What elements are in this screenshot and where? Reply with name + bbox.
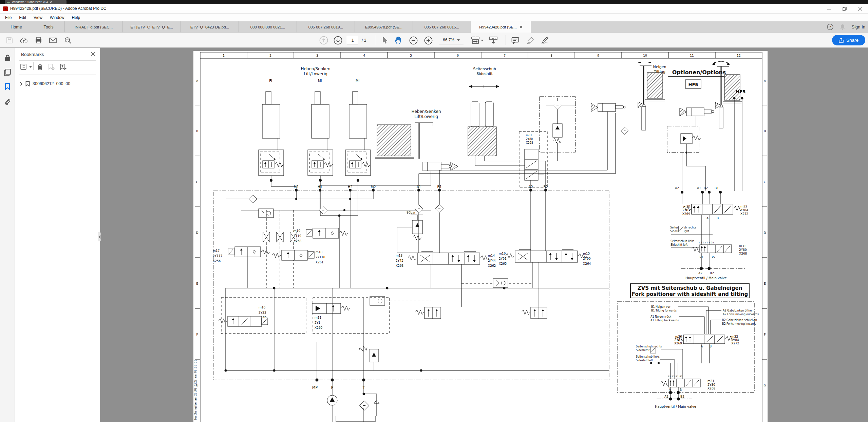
close-button[interactable] [852, 4, 868, 14]
find-icon[interactable] [62, 35, 73, 45]
minimize-button[interactable] [821, 4, 837, 14]
doc-tab-7[interactable]: 005 007 268 0015... [413, 21, 471, 33]
doc-tab-6[interactable]: E99549678.pdf (SE... [355, 21, 413, 33]
tab-home[interactable]: Home [0, 21, 33, 33]
chevron-down-icon [481, 40, 484, 41]
port-label-b2: B2 [710, 272, 714, 275]
acrobat-window: Windows 10 and 22h2 x64 A H99423428.pdf … [0, 0, 868, 422]
tab-tools[interactable]: Tools [33, 21, 64, 33]
save-icon[interactable] [4, 35, 15, 45]
inset-m32-label: m32 [731, 335, 738, 338]
monitor-icon [7, 1, 10, 3]
valve-label-m32: 2Y84 [740, 208, 748, 212]
pressure-label: 80bar [407, 211, 416, 214]
inset-a2-en: A2 Forks moving outwards [723, 313, 759, 316]
fill-sign-icon[interactable] [540, 35, 550, 45]
cylinder-label: ML [318, 79, 323, 83]
lift-section-left: Heben/Senken Lift/Lowerig FL ML ML [259, 66, 371, 288]
port-label-mp: MP [312, 385, 318, 390]
restore-button[interactable] [837, 4, 852, 14]
share-button[interactable]: Share [832, 35, 865, 45]
doc-tab-5[interactable]: 005 007 268 0019... [297, 21, 355, 33]
options-section: Optionen/Options HF5 [621, 61, 746, 191]
valve-label-m16: X265 [499, 262, 507, 265]
comment-icon[interactable] [510, 35, 521, 45]
svg-text:?: ? [829, 25, 831, 29]
main-valve-block: M1 H1 H2 M2 A1 B1 A2 B2 [213, 185, 609, 422]
bookmark-item[interactable]: 300606212_000_00 [20, 81, 70, 86]
zoom-level-control[interactable]: 66.7% [439, 36, 464, 44]
menu-help[interactable]: Help [68, 14, 84, 21]
tab-close-icon[interactable] [520, 25, 523, 28]
doc-tab-2[interactable]: ET [ETV_C_ETV_Q_E... [122, 21, 181, 33]
doc-tab-4[interactable]: 000 000 000 0021... [239, 21, 297, 33]
inset-ss-left-en: Sideshift left [636, 359, 653, 362]
page-fit-icon[interactable] [470, 35, 485, 45]
valve-label-m31-top: 2Y80 [526, 138, 533, 141]
menu-view[interactable]: View [30, 14, 46, 21]
next-page-icon[interactable] [333, 35, 343, 45]
inset-b1-de: B1 Neigen vor [651, 305, 671, 308]
titlebar: A H99423428.pdf (SECURED) - Adobe Acroba… [0, 4, 868, 14]
page-thumbnails-icon[interactable] [3, 68, 12, 76]
valve-label-m32: m32 [740, 205, 747, 208]
document-area[interactable]: 1 2 3 4 5 6 7 8 9 10 11 12 [100, 48, 855, 422]
add-bookmark-icon[interactable] [48, 64, 55, 70]
frame-row-label: D [196, 231, 199, 235]
port-label: A1 [697, 186, 701, 190]
frame-col-label: 9 [597, 54, 599, 57]
port-label-b: B [717, 217, 719, 220]
frame-col-label: 2 [269, 54, 271, 57]
zoom-in-icon[interactable] [423, 35, 434, 45]
valve-label-m18: 2Y118 [316, 256, 325, 259]
bookmarks-panel-icon[interactable] [3, 82, 12, 91]
frame-col-label: 3 [316, 54, 318, 57]
zoom-out-icon[interactable] [408, 35, 419, 45]
menu-window[interactable]: Window [46, 14, 68, 21]
tilt-title-de: Neigen [653, 65, 666, 69]
menu-edit[interactable]: Edit [15, 14, 30, 21]
doc-tab-1[interactable]: INHALT_d.pdf (SEC... [64, 21, 122, 33]
port-label-a: A [706, 217, 709, 220]
panel-close-icon[interactable] [91, 52, 95, 56]
print-icon[interactable] [33, 35, 44, 45]
bookmark-options-icon[interactable] [20, 64, 32, 70]
inset-b2-en: B2 Forks moving inwards [722, 322, 756, 325]
inset-port-b: B [710, 345, 712, 348]
bookmark-settings-icon[interactable] [60, 64, 67, 70]
window-title: H99423428.pdf (SECURED) - Adobe Acrobat … [10, 6, 106, 11]
cloud-upload-icon[interactable] [18, 35, 29, 45]
doc-tab-3[interactable]: ETV_Q_0423 DE.pd... [181, 21, 239, 33]
delete-bookmark-icon[interactable] [37, 64, 43, 70]
vm-tab[interactable]: Windows 10 and 22h2 x64 [5, 0, 67, 4]
page-number-input[interactable] [347, 36, 358, 44]
security-lock-icon[interactable] [3, 54, 12, 62]
frame-row-label: F [764, 333, 766, 336]
sideshift-title-en: Sideshift [476, 72, 493, 76]
frame-row-label: B [196, 129, 198, 133]
valve-label-m14: 2Y44 [488, 259, 496, 262]
vm-tab-close-icon[interactable] [50, 1, 52, 3]
share-icon [839, 38, 844, 43]
help-icon[interactable]: ? [827, 24, 833, 30]
valve-label-m19: m19 [294, 229, 300, 233]
vm-tab-title: Windows 10 and 22h2 x64 [12, 0, 48, 4]
port-label: B1 [715, 186, 719, 190]
email-icon[interactable] [48, 35, 58, 45]
valve-label-m10: m10 [259, 306, 265, 309]
doc-tab-active[interactable]: H99423428.pdf (SE... [471, 21, 531, 33]
attachments-icon[interactable] [3, 98, 12, 106]
port-label-a2: A2 [698, 272, 702, 275]
previous-page-icon[interactable] [318, 35, 329, 45]
scroll-mode-icon[interactable] [488, 35, 499, 45]
bell-icon[interactable] [839, 24, 846, 30]
hand-tool-icon[interactable] [393, 35, 404, 45]
valve-label-m32: X272 [740, 212, 748, 216]
chevron-right-icon[interactable] [20, 82, 23, 86]
menu-file[interactable]: File [1, 14, 15, 21]
highlight-icon[interactable] [525, 35, 536, 45]
inset-port-a2-out: A2 [664, 395, 668, 398]
valve-label-m13: 2Y45 [396, 259, 403, 262]
sign-in-link[interactable]: Sign In [852, 24, 865, 29]
select-tool-icon[interactable] [379, 35, 390, 45]
